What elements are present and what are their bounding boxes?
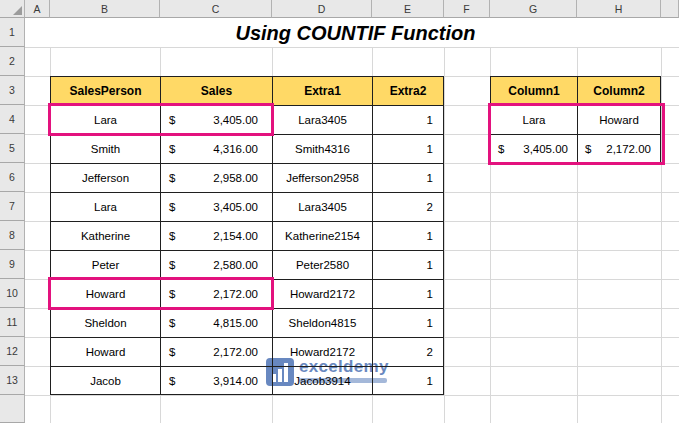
row-header-8[interactable]: 8 — [0, 221, 25, 250]
cell-D5[interactable]: Smith4316 — [272, 134, 372, 163]
spreadsheet: Using COUNTIF Function exceldemy ABCDEFG… — [0, 0, 679, 423]
currency-symbol: $ — [169, 230, 175, 242]
column-header-e[interactable]: E — [372, 0, 444, 18]
cell-B8[interactable]: Katherine — [50, 221, 160, 250]
cell-B3[interactable]: SalesPerson — [50, 76, 160, 105]
row-header-1[interactable]: 1 — [0, 18, 25, 47]
cell-G4[interactable]: Lara — [490, 105, 577, 134]
cell-D8[interactable]: Katherine2154 — [272, 221, 372, 250]
row-header-4[interactable]: 4 — [0, 105, 25, 134]
row-header-13[interactable]: 13 — [0, 366, 25, 395]
currency-symbol: $ — [169, 172, 175, 184]
cell-C7[interactable]: $3,405.00 — [160, 192, 272, 221]
cell-E12[interactable]: 2 — [372, 337, 444, 366]
cell-E6[interactable]: 1 — [372, 163, 444, 192]
amount: 2,154.00 — [213, 230, 258, 242]
gridline — [25, 395, 679, 396]
cell-D6[interactable]: Jefferson2958 — [272, 163, 372, 192]
currency-symbol: $ — [169, 201, 175, 213]
currency-symbol: $ — [169, 288, 175, 300]
cell-B13[interactable]: Jacob — [50, 366, 160, 395]
cell-E8[interactable]: 1 — [372, 221, 444, 250]
column-header-c[interactable]: C — [160, 0, 272, 18]
cell-E7[interactable]: 2 — [372, 192, 444, 221]
cell-H4[interactable]: Howard — [577, 105, 661, 134]
row-header-12[interactable]: 12 — [0, 337, 25, 366]
column-header-partial — [661, 0, 679, 18]
currency-symbol: $ — [169, 143, 175, 155]
cell-C8[interactable]: $2,154.00 — [160, 221, 272, 250]
amount: 2,172.00 — [213, 288, 258, 300]
column-header-f[interactable]: F — [444, 0, 490, 18]
cell-B11[interactable]: Sheldon — [50, 308, 160, 337]
cell-D9[interactable]: Peter2580 — [272, 250, 372, 279]
cell-C9[interactable]: $2,580.00 — [160, 250, 272, 279]
cell-B10[interactable]: Howard — [50, 279, 160, 308]
cell-B9[interactable]: Peter — [50, 250, 160, 279]
row-header-9[interactable]: 9 — [0, 250, 25, 279]
cell-D4[interactable]: Lara3405 — [272, 105, 372, 134]
currency-symbol: $ — [169, 375, 175, 387]
amount: 3,405.00 — [523, 143, 568, 155]
cell-E10[interactable]: 1 — [372, 279, 444, 308]
amount: 4,815.00 — [213, 317, 258, 329]
amount: 3,405.00 — [213, 114, 258, 126]
cell-E13[interactable]: 1 — [372, 366, 444, 395]
cell-C5[interactable]: $4,316.00 — [160, 134, 272, 163]
cell-E3[interactable]: Extra2 — [372, 76, 444, 105]
cell-C13[interactable]: $3,914.00 — [160, 366, 272, 395]
cell-H5[interactable]: $2,172.00 — [577, 134, 661, 163]
cell-D13[interactable]: Jacob3914 — [272, 366, 372, 395]
cell-B12[interactable]: Howard — [50, 337, 160, 366]
row-header-10[interactable]: 10 — [0, 279, 25, 308]
cell-E9[interactable]: 1 — [372, 250, 444, 279]
cell-H3[interactable]: Column2 — [577, 76, 661, 105]
cell-C11[interactable]: $4,815.00 — [160, 308, 272, 337]
amount: 2,172.00 — [213, 346, 258, 358]
currency-symbol: $ — [169, 317, 175, 329]
cell-D11[interactable]: Sheldon4815 — [272, 308, 372, 337]
cell-D3[interactable]: Extra1 — [272, 76, 372, 105]
row-header-6[interactable]: 6 — [0, 163, 25, 192]
currency-symbol: $ — [498, 143, 504, 155]
currency-symbol: $ — [169, 259, 175, 271]
row-header-3[interactable]: 3 — [0, 76, 25, 105]
cell-D7[interactable]: Lara3405 — [272, 192, 372, 221]
cell-C12[interactable]: $2,172.00 — [160, 337, 272, 366]
select-all-button[interactable] — [0, 0, 25, 18]
cell-D12[interactable]: Howard2172 — [272, 337, 372, 366]
row-header-partial — [0, 395, 25, 423]
amount: 2,580.00 — [213, 259, 258, 271]
amount: 3,914.00 — [213, 375, 258, 387]
column-header-b[interactable]: B — [50, 0, 160, 18]
cell-D10[interactable]: Howard2172 — [272, 279, 372, 308]
amount: 4,316.00 — [213, 143, 258, 155]
sheet-title[interactable]: Using COUNTIF Function — [50, 19, 661, 47]
row-header-11[interactable]: 11 — [0, 308, 25, 337]
row-header-2[interactable]: 2 — [0, 47, 25, 76]
currency-symbol: $ — [169, 114, 175, 126]
currency-symbol: $ — [585, 143, 591, 155]
cell-C10[interactable]: $2,172.00 — [160, 279, 272, 308]
column-header-h[interactable]: H — [577, 0, 661, 18]
cell-B6[interactable]: Jefferson — [50, 163, 160, 192]
cell-E4[interactable]: 1 — [372, 105, 444, 134]
row-header-5[interactable]: 5 — [0, 134, 25, 163]
cell-B5[interactable]: Smith — [50, 134, 160, 163]
column-header-g[interactable]: G — [490, 0, 577, 18]
column-header-a[interactable]: A — [25, 0, 50, 18]
cell-E5[interactable]: 1 — [372, 134, 444, 163]
cell-C4[interactable]: $3,405.00 — [160, 105, 272, 134]
gridline — [25, 47, 679, 48]
cell-C3[interactable]: Sales — [160, 76, 272, 105]
row-header-7[interactable]: 7 — [0, 192, 25, 221]
amount: 2,958.00 — [213, 172, 258, 184]
cell-G5[interactable]: $3,405.00 — [490, 134, 577, 163]
column-header-d[interactable]: D — [272, 0, 372, 18]
currency-symbol: $ — [169, 346, 175, 358]
cell-B4[interactable]: Lara — [50, 105, 160, 134]
cell-E11[interactable]: 1 — [372, 308, 444, 337]
cell-B7[interactable]: Lara — [50, 192, 160, 221]
cell-G3[interactable]: Column1 — [490, 76, 577, 105]
cell-C6[interactable]: $2,958.00 — [160, 163, 272, 192]
